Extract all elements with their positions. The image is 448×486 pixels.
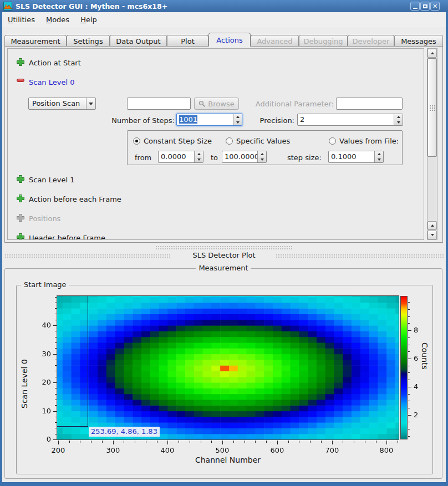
z-minor-tick (408, 323, 410, 324)
radio-off-icon[interactable] (329, 137, 336, 145)
header-before-frame-label[interactable]: Header before Frame (29, 234, 105, 240)
x-axis-title: Channel Number (57, 456, 399, 464)
radio-specific-values[interactable]: Specific Values (226, 137, 290, 145)
y-minor-tick (55, 360, 57, 360)
application-window: SLS Detector GUI : Mythen - mcs6x18+ ✕ U… (0, 0, 448, 486)
x-minor-tick (91, 441, 91, 443)
collapse-minus-icon[interactable] (16, 76, 25, 85)
scrollbar-thumb[interactable] (427, 58, 437, 157)
z-minor-tick (408, 380, 410, 380)
x-major-tick (58, 441, 59, 444)
maximize-button[interactable] (420, 2, 430, 11)
menu-utilities[interactable]: Utilities (2, 13, 40, 26)
spin-down-icon (261, 158, 264, 161)
x-minor-tick (398, 441, 398, 443)
precision-value: 2 (298, 114, 394, 125)
spin-buttons[interactable] (374, 151, 383, 162)
x-minor-tick (266, 441, 267, 443)
cursor-readout: 253.69, 4.86, 1.83 (89, 427, 160, 437)
combo-dropdown-arrow[interactable] (86, 98, 95, 109)
to-spinbox[interactable]: 100.0000 (222, 151, 267, 163)
spin-buttons[interactable] (194, 151, 203, 162)
z-minor-tick (408, 422, 410, 422)
x-minor-tick (343, 441, 343, 443)
radio-constant-step-size[interactable]: Constant Step Size (133, 137, 212, 145)
tab-messages[interactable]: Messages (394, 35, 443, 47)
radio-on-icon[interactable] (133, 137, 140, 145)
maximize-icon (423, 4, 427, 8)
spin-buttons[interactable] (257, 151, 266, 162)
expand-plus-icon[interactable] (16, 194, 25, 203)
x-minor-tick (299, 441, 299, 443)
x-minor-tick (245, 441, 245, 443)
close-button[interactable]: ✕ (430, 2, 440, 11)
minimize-button[interactable] (410, 2, 420, 11)
tab-actions[interactable]: Actions (208, 33, 251, 47)
x-minor-tick (255, 441, 256, 443)
tab-measurement[interactable]: Measurement (4, 35, 67, 47)
z-minor-tick (408, 372, 410, 373)
from-value: 0.0000 (159, 151, 194, 162)
step-size-label: step size: (287, 154, 322, 162)
tab-developer[interactable]: Developer (348, 35, 394, 47)
y-major-tick (53, 382, 57, 383)
scroll-up-button-bottom[interactable] (427, 221, 437, 230)
scroll-down-button[interactable] (427, 231, 437, 239)
scan-level-1-label[interactable]: Scan Level 1 (29, 176, 74, 184)
z-minor-tick (408, 345, 410, 345)
x-minor-tick (365, 441, 365, 443)
spin-buttons[interactable] (233, 114, 242, 125)
step-size-spinbox[interactable]: 0.1000 (328, 151, 384, 163)
title-bar[interactable]: SLS Detector GUI : Mythen - mcs6x18+ ✕ (0, 0, 448, 12)
heatmap-canvas[interactable] (57, 296, 399, 439)
splitter-handle[interactable] (155, 245, 293, 249)
scan-file-input[interactable] (127, 98, 191, 110)
y-minor-tick (55, 388, 57, 388)
scan-level-0-label[interactable]: Scan Level 0 (29, 78, 74, 86)
browse-folder-icon (198, 100, 206, 108)
radio-values-from-file[interactable]: Values from File: (329, 137, 399, 145)
scan-mode-combobox[interactable]: Position Scan (28, 98, 96, 110)
radio-off-icon[interactable] (226, 137, 233, 145)
precision-spinbox[interactable]: 2 (297, 114, 403, 126)
number-of-steps-spinbox[interactable]: 1001 (176, 114, 242, 126)
menu-help[interactable]: Help (75, 13, 103, 26)
actions-scroll-viewport: Action at Start Scan Level 0 Position Sc… (7, 48, 424, 240)
y-tick-label: 20 (35, 378, 51, 386)
vertical-scrollbar[interactable] (427, 48, 437, 240)
expand-plus-icon[interactable] (16, 175, 25, 183)
expand-plus-icon[interactable] (16, 233, 25, 240)
from-spinbox[interactable]: 0.0000 (158, 151, 203, 163)
x-minor-tick (179, 441, 179, 443)
y-minor-tick (55, 400, 57, 400)
x-minor-tick (376, 441, 376, 443)
to-value: 100.0000 (222, 151, 257, 162)
window-border-left (0, 12, 2, 483)
browse-button[interactable]: Browse (194, 98, 239, 110)
app-icon (3, 2, 12, 11)
action-at-start-label[interactable]: Action at Start (29, 59, 81, 67)
tab-advanced[interactable]: Advanced (251, 35, 299, 47)
menu-modes[interactable]: Modes (40, 13, 75, 26)
x-minor-tick (135, 441, 135, 443)
x-minor-tick (201, 441, 201, 443)
expand-plus-icon[interactable] (16, 58, 25, 66)
action-before-each-frame-label[interactable]: Action before each Frame (29, 195, 121, 203)
y-minor-tick (55, 371, 57, 371)
scroll-up-button[interactable] (427, 49, 437, 58)
tab-settings[interactable]: Settings (67, 35, 110, 47)
y-minor-tick (55, 348, 57, 349)
tab-debugging[interactable]: Debugging (299, 35, 348, 47)
x-minor-tick (157, 441, 157, 443)
precision-label: Precision: (246, 116, 294, 125)
x-major-tick (386, 441, 387, 444)
y-minor-tick (55, 428, 57, 428)
selection-rect-vline (88, 296, 88, 426)
tab-plot[interactable]: Plot (167, 35, 208, 47)
x-major-tick (113, 441, 114, 444)
x-minor-tick (321, 441, 322, 443)
window-title: SLS Detector GUI : Mythen - mcs6x18+ (16, 2, 167, 11)
tab-data-output[interactable]: Data Output (110, 35, 167, 47)
spin-buttons[interactable] (394, 114, 403, 125)
additional-parameter-input[interactable] (336, 98, 403, 110)
